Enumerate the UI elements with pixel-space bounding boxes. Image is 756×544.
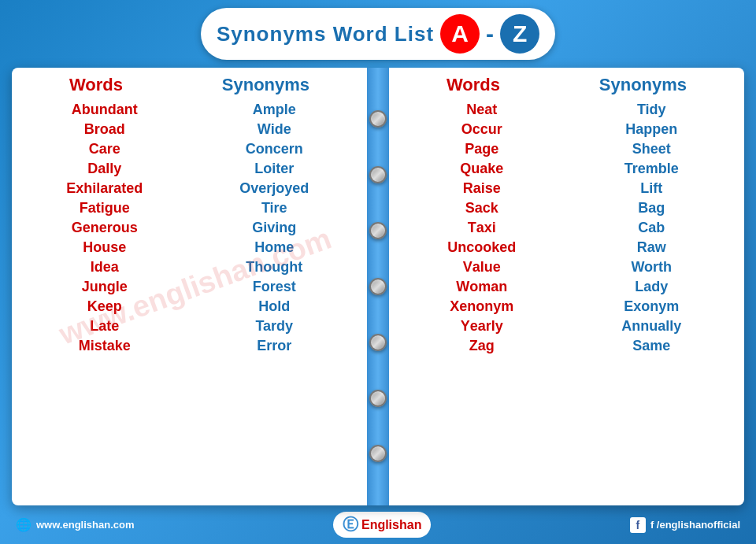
word-first-letter: A [72, 102, 82, 117]
table-row: Jungle Forest [20, 277, 359, 297]
word-cell: Uncooked [400, 239, 563, 256]
synonym-cell: Same [570, 338, 733, 354]
table-row: Value Worth [397, 257, 736, 277]
word-first-letter: X [450, 298, 459, 314]
table-row: Yearly Annually [397, 316, 736, 336]
word-cell: Yearly [400, 318, 563, 335]
right-panel: Words Synonyms Neat Tidy Occur Happen Pa… [389, 68, 744, 505]
word-first-letter: B [84, 121, 94, 137]
word-first-letter: N [466, 102, 476, 117]
table-row: Abundant Ample [20, 100, 359, 120]
synonym-cell: Happen [570, 121, 733, 138]
word-cell: Care [23, 141, 186, 157]
left-words-header: Words [69, 75, 123, 95]
table-row: Keep Hold [20, 297, 359, 316]
table-row: Neat Tidy [397, 100, 736, 120]
synonym-cell: Worth [570, 259, 733, 276]
title-box: Synonyms Word List A - Z [201, 8, 555, 60]
synonym-cell: Tidy [570, 102, 733, 118]
binder-ring [369, 445, 387, 462]
word-cell: Raise [400, 180, 563, 197]
table-row: Zag Same [397, 336, 736, 356]
left-panel: Words Synonyms Abundant Ample Broad Wide… [12, 68, 367, 505]
binder-ring [369, 222, 387, 239]
website-url: www.englishan.com [36, 519, 134, 531]
binder-ring [369, 390, 387, 407]
word-cell: Quake [400, 161, 563, 177]
word-first-letter: P [465, 141, 474, 157]
table-row: Broad Wide [20, 120, 359, 139]
synonym-cell: Loiter [193, 161, 356, 177]
word-cell: Mistake [23, 338, 186, 354]
word-first-letter: L [90, 318, 98, 334]
synonym-cell: Cab [570, 220, 733, 236]
synonym-cell: Wide [193, 121, 356, 138]
synonym-cell: Bag [570, 200, 733, 216]
content-area: www.englishan.com Words Synonyms Abundan… [12, 68, 744, 505]
table-row: Woman Lady [397, 277, 736, 297]
table-row: Idea Thought [20, 257, 359, 277]
synonym-cell: Tremble [570, 161, 733, 177]
synonym-cell: Exonym [570, 298, 733, 315]
right-words-header: Words [447, 75, 500, 95]
word-cell: Xenonym [400, 298, 563, 315]
word-first-letter: S [465, 200, 475, 216]
right-table-header: Words Synonyms [397, 72, 736, 100]
binder-ring [369, 278, 387, 295]
word-first-letter: E [66, 180, 76, 196]
table-row: Mistake Error [20, 336, 359, 356]
binder-ring [369, 110, 387, 128]
social-handle: f /englishanofficial [650, 519, 740, 531]
brand-name: Englishan [361, 518, 421, 532]
word-cell: Zag [400, 338, 563, 354]
word-cell: Abundant [23, 102, 186, 118]
table-row: Sack Bag [397, 198, 736, 218]
word-cell: Dally [23, 161, 186, 177]
synonym-cell: Concern [193, 141, 356, 157]
word-first-letter: W [456, 279, 469, 294]
word-cell: Neat [400, 102, 563, 118]
title-bar: Synonyms Word List A - Z [12, 8, 744, 60]
synonym-cell: Ample [193, 102, 356, 118]
synonym-cell: Tardy [193, 318, 356, 335]
synonym-cell: Tire [193, 200, 356, 216]
synonym-cell: Overjoyed [193, 180, 356, 197]
table-row: Generous Giving [20, 218, 359, 238]
synonym-cell: Thought [193, 259, 356, 276]
word-first-letter: D [87, 161, 98, 176]
word-first-letter: M [79, 338, 91, 353]
word-first-letter: J [82, 279, 90, 294]
word-first-letter: Z [469, 338, 478, 353]
table-row: Uncooked Raw [397, 238, 736, 257]
word-cell: Idea [23, 259, 186, 276]
letter-z-badge: Z [500, 14, 539, 54]
footer-brand: Ⓔ Englishan [333, 512, 431, 538]
synonym-cell: Lady [570, 279, 733, 295]
footer-social: f f /englishanofficial [630, 517, 740, 533]
word-first-letter: Q [460, 161, 471, 176]
word-cell: Woman [400, 279, 563, 295]
binder-ring [369, 334, 387, 351]
word-cell: Value [400, 259, 563, 276]
footer: 🌐 www.englishan.com Ⓔ Englishan f f /eng… [12, 512, 744, 538]
synonym-cell: Hold [193, 298, 356, 315]
word-cell: Keep [23, 298, 186, 315]
word-cell: Exhilarated [23, 180, 186, 197]
word-first-letter: O [461, 121, 472, 137]
synonym-cell: Error [193, 338, 356, 354]
synonym-cell: Giving [193, 220, 356, 236]
table-row: Late Tardy [20, 316, 359, 336]
synonym-cell: Home [193, 239, 356, 256]
table-row: House Home [20, 238, 359, 257]
word-first-letter: R [463, 180, 473, 196]
table-row: Quake Tremble [397, 159, 736, 179]
word-first-letter: K [87, 298, 98, 314]
word-cell: Occur [400, 121, 563, 138]
dash: - [486, 20, 494, 47]
table-row: Fatigue Tire [20, 198, 359, 218]
word-cell: Broad [23, 121, 186, 138]
right-synonyms-header: Synonyms [599, 75, 687, 95]
table-row: Raise Lift [397, 179, 736, 198]
table-row: Occur Happen [397, 120, 736, 139]
word-first-letter: F [80, 200, 88, 216]
